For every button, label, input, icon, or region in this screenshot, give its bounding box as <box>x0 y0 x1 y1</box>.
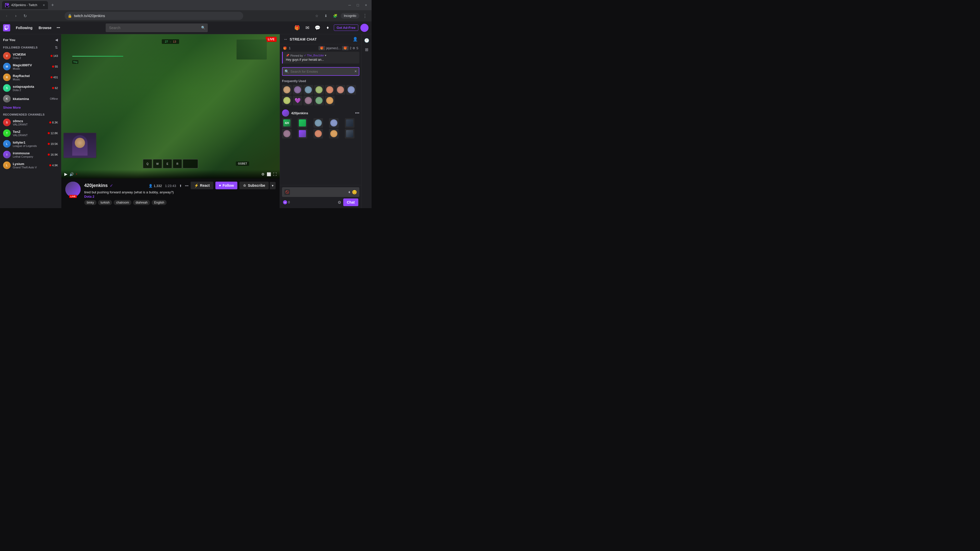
show-more-button[interactable]: Show More <box>0 104 61 111</box>
settings-icon[interactable]: ⚙ <box>261 172 265 176</box>
ch-emote-9[interactable] <box>329 129 339 138</box>
nav-browse[interactable]: Browse <box>36 24 54 32</box>
sidebar-item-vcm354[interactable]: V VCM354 Dota 2 143 <box>0 51 61 61</box>
react-button[interactable]: ⚡ React <box>191 182 213 189</box>
chat-text-input[interactable] <box>292 190 346 194</box>
tag-binky[interactable]: binky <box>84 200 97 205</box>
close-window-button[interactable]: × <box>363 2 369 9</box>
sidebar-item-ironmouse[interactable]: I ironmouse Lethal Company 16.9K <box>0 149 61 160</box>
expand-pinned-button[interactable]: ▾ <box>325 54 326 57</box>
nav-more-button[interactable]: ••• <box>55 24 62 31</box>
tab-close-button[interactable]: × <box>43 3 45 7</box>
ch-emote-4[interactable] <box>329 118 339 128</box>
chat-users-icon[interactable]: 👤 <box>353 37 358 41</box>
emote-5[interactable] <box>325 85 334 95</box>
back-button[interactable]: ‹ <box>3 12 10 19</box>
channel-info-magic899tv: Magic899TV Music <box>13 63 50 70</box>
stream-game[interactable]: Dota 2 <box>84 195 275 198</box>
active-tab[interactable]: 420jenkins - Twitch × <box>2 1 48 9</box>
chat-viewer-icon: 🎁 <box>283 46 287 50</box>
channel-emote-more-icon[interactable]: ••• <box>355 111 360 115</box>
get-adfree-button[interactable]: Get Ad-Free <box>334 24 358 31</box>
emote-heart[interactable]: 💜 <box>293 96 302 105</box>
ch-emote-6[interactable] <box>282 129 292 138</box>
chat-collapse-icon[interactable]: ↔ <box>283 37 288 41</box>
notifications-icon[interactable]: 🎁 <box>293 24 301 32</box>
emote-7[interactable] <box>346 85 356 95</box>
sidebar-item-magic899tv[interactable]: M Magic899TV Music 55 <box>0 61 61 72</box>
tag-diahreah[interactable]: diahreah <box>133 200 150 205</box>
chat-send-button[interactable]: Chat <box>343 198 358 206</box>
browser-menu-button[interactable]: ⋮ <box>361 12 369 19</box>
minimize-button[interactable]: ─ <box>346 2 353 9</box>
ch-emote-3[interactable] <box>313 118 323 128</box>
forward-button[interactable]: › <box>12 12 19 19</box>
tag-chatroom[interactable]: chatroom <box>114 200 131 205</box>
tag-turkish[interactable]: turkish <box>98 200 112 205</box>
chat-settings-icon[interactable]: ⚙ <box>338 200 341 205</box>
url-bar[interactable]: 🔒 twitch.tv/420jenkins <box>65 12 243 20</box>
follow-button[interactable]: ♥ Follow <box>215 182 238 189</box>
sidebar-item-tenz[interactable]: T TenZ VALORANT 12.8K <box>0 128 61 138</box>
twitch-logo[interactable] <box>3 24 10 32</box>
nav-following[interactable]: Following <box>13 24 35 32</box>
ch-emote-5[interactable] <box>345 118 355 128</box>
whispers-icon[interactable]: 💬 <box>313 24 321 32</box>
ch-emote-2[interactable] <box>298 118 307 128</box>
volume-button[interactable]: 🔊 <box>69 172 74 176</box>
emote-11[interactable] <box>325 96 334 105</box>
sidebar-item-kkatamina[interactable]: K kkatamina Offline <box>0 94 61 104</box>
send-gem-icon[interactable]: ♦ <box>348 190 350 194</box>
emote-picker-icon[interactable]: 😊 <box>352 190 357 195</box>
download-icon[interactable]: ⬇ <box>322 12 329 19</box>
emote-4[interactable] <box>314 85 324 95</box>
chatter-settings-icon[interactable]: ⚙ <box>352 46 355 50</box>
reload-button[interactable]: ↻ <box>21 12 29 19</box>
channel-info-loltyler1: loltyler1 League of Legends <box>13 141 46 148</box>
emote-8[interactable] <box>282 96 292 105</box>
user-avatar[interactable] <box>360 24 369 32</box>
sidebar-item-lysium[interactable]: L Lysium Grand Theft Auto V 4.9K <box>0 160 61 171</box>
emote-3[interactable] <box>304 85 313 95</box>
incognito-button[interactable]: Incognito <box>341 13 360 19</box>
sidebar-item-s0mcs[interactable]: S s0mcs VALORANT 8.3K <box>0 117 61 128</box>
prime-icon[interactable]: ♦ <box>324 24 332 32</box>
emote-search-input[interactable] <box>290 70 353 73</box>
subscribe-chevron[interactable]: ▾ <box>270 182 275 189</box>
chat-input-badge-icon[interactable]: 🚫 <box>284 189 290 195</box>
ch-emote-8[interactable] <box>313 129 323 138</box>
tag-english[interactable]: English <box>151 200 167 205</box>
sort-icon[interactable]: ⇅ <box>55 45 58 49</box>
more-options-icon[interactable]: ••• <box>185 184 189 188</box>
side-icon-clock[interactable]: 🕐 <box>363 36 371 44</box>
inbox-icon[interactable]: ✉ <box>303 24 311 32</box>
sidebar-item-loltyler1[interactable]: L loltyler1 League of Legends 19.5K <box>0 138 61 149</box>
extension-icon[interactable]: 🧩 <box>331 12 339 19</box>
emote-2[interactable] <box>293 85 302 95</box>
maximize-button[interactable]: □ <box>354 2 361 9</box>
search-button[interactable]: 🔍 <box>199 24 208 32</box>
emote-6[interactable] <box>336 85 345 95</box>
ch-emote-1[interactable]: 420 <box>282 118 292 128</box>
emote-9[interactable] <box>304 96 313 105</box>
sidebar-item-rayrachel[interactable]: R RayRachel Music 431 <box>0 72 61 83</box>
streamer-avatar[interactable]: LIVE <box>65 182 81 197</box>
ch-emote-10[interactable] <box>345 129 355 138</box>
side-icon-grid[interactable]: ⊞ <box>363 45 371 54</box>
emote-1[interactable] <box>282 85 292 95</box>
share-icon[interactable]: ⬆ <box>179 184 182 188</box>
collapse-sidebar-icon[interactable]: ◀ <box>55 38 58 42</box>
search-input[interactable] <box>106 24 208 32</box>
ch-emote-7[interactable] <box>298 129 307 138</box>
subscribe-button[interactable]: ☆ Subscribe <box>239 182 269 189</box>
emote-10[interactable] <box>314 96 324 105</box>
new-tab-button[interactable]: + <box>49 2 56 9</box>
emote-search-close-button[interactable]: × <box>355 69 357 74</box>
fullscreen-button[interactable]: ⛶ <box>273 172 277 176</box>
bookmark-icon[interactable]: ☆ <box>313 12 320 19</box>
sidebar-item-solapsapdota[interactable]: S solapsapdota Dota 2 62 <box>0 83 61 94</box>
ability-slot-1: Q <box>143 159 152 168</box>
play-pause-button[interactable]: ▶ <box>64 171 67 176</box>
theatre-mode-button[interactable]: ⬜ <box>267 172 271 176</box>
channel-info-rayrachel: RayRachel Music <box>13 74 48 81</box>
